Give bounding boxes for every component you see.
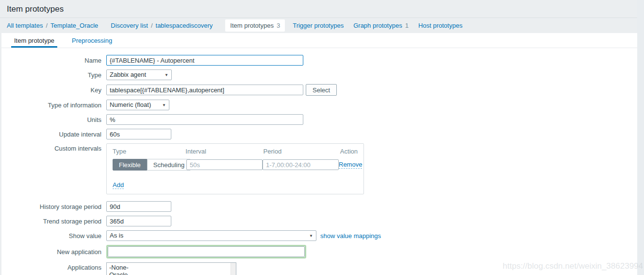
form-row-type: Type Zabbix agent ▼ [1, 69, 637, 80]
history-storage-label: History storage period [1, 203, 101, 210]
new-application-highlight [106, 245, 306, 258]
type-select[interactable]: Zabbix agent ▼ [106, 69, 172, 80]
breadcrumb-group-discovery: Discovery list / tablespacediscovery [111, 22, 213, 29]
show-value-mappings-link[interactable]: show value mappings [320, 232, 381, 240]
show-value-select[interactable]: As is ▼ [106, 230, 316, 241]
custom-intervals-box: Type Interval Period Action Flexible Sch… [106, 143, 364, 194]
breadcrumb-link-tablespacediscovery[interactable]: tablespacediscovery [156, 22, 213, 29]
column-header-action: Action [340, 148, 358, 155]
update-interval-input[interactable] [106, 129, 171, 139]
period-input[interactable] [263, 159, 339, 170]
form-row-history: History storage period [1, 201, 637, 212]
tab-preprocessing[interactable]: Preprocessing [69, 33, 115, 48]
interval-type-toggle: Flexible Scheduling [113, 159, 191, 171]
key-select-button[interactable]: Select [306, 84, 337, 96]
breadcrumb-link-all-templates[interactable]: All templates [7, 22, 43, 29]
form-row-new-application: New application [1, 245, 637, 258]
new-application-input[interactable] [108, 246, 305, 257]
listbox-scrollbar[interactable] [231, 263, 236, 275]
remove-interval-link[interactable]: Remove [339, 161, 362, 169]
breadcrumb-group-templates: All templates / Template_Oracle [7, 22, 98, 29]
interval-input[interactable] [186, 159, 263, 170]
chevron-down-icon: ▼ [162, 101, 166, 110]
nav-graph-prototypes[interactable]: Graph prototypes1 [353, 22, 409, 29]
applications-listbox[interactable]: -None- Oracle Tablespace [106, 262, 236, 275]
units-label: Units [1, 116, 101, 123]
type-of-information-select[interactable]: Numeric (float) ▼ [106, 100, 169, 110]
chevron-down-icon: ▼ [165, 70, 168, 80]
form-row-key: Key Select [1, 84, 637, 96]
type-of-information-label: Type of information [1, 102, 101, 109]
units-input[interactable] [106, 114, 303, 125]
form-row-trends: Trend storage period [1, 216, 637, 226]
breadcrumb-link-template-oracle[interactable]: Template_Oracle [50, 22, 98, 29]
key-label: Key [1, 86, 101, 94]
form-tabs: Item prototype Preprocessing [1, 33, 637, 48]
nav-item-prototypes-count: 3 [277, 22, 280, 29]
custom-interval-row: Flexible Scheduling Remove [113, 159, 358, 171]
history-storage-input[interactable] [106, 201, 171, 212]
trend-storage-input[interactable] [106, 216, 171, 226]
form-row-update-interval: Update interval [1, 129, 637, 139]
breadcrumb-separator: / [151, 22, 153, 29]
breadcrumb-separator: / [46, 22, 48, 29]
nav-graph-prototypes-count: 1 [405, 22, 409, 29]
applications-label: Applications [1, 262, 101, 271]
chevron-down-icon: ▼ [309, 231, 313, 241]
show-value-selected: As is [110, 232, 123, 239]
column-header-type: Type [113, 148, 185, 155]
new-application-label: New application [1, 248, 101, 256]
name-input[interactable] [106, 55, 303, 66]
applications-option-none[interactable]: -None- [107, 264, 230, 271]
name-label: Name [1, 57, 101, 64]
form-row-units: Units [1, 114, 637, 125]
update-interval-label: Update interval [1, 131, 101, 138]
show-value-label: Show value [1, 232, 101, 240]
column-header-period: Period [264, 148, 340, 155]
content-panel: Item prototype Preprocessing Name Type Z… [1, 33, 637, 275]
page-title: Item prototypes [7, 4, 637, 14]
nav-item-prototypes-label: Item prototypes [230, 22, 274, 29]
nav-item-prototypes-selected[interactable]: Item prototypes3 [225, 19, 285, 32]
form-row-applications: Applications -None- Oracle Tablespace [1, 262, 637, 275]
tab-item-prototype[interactable]: Item prototype [11, 33, 57, 48]
scheduling-button[interactable]: Scheduling [147, 159, 191, 171]
page-header: Item prototypes [0, 0, 644, 17]
page-scrollbar[interactable] [637, 0, 644, 275]
type-of-information-value: Numeric (float) [110, 101, 151, 108]
type-select-value: Zabbix agent [110, 71, 146, 78]
breadcrumb-link-discovery-list[interactable]: Discovery list [111, 22, 148, 29]
form-row-show-value: Show value As is ▼ show value mappings [1, 230, 637, 241]
nav-trigger-prototypes[interactable]: Trigger prototypes [293, 22, 344, 29]
breadcrumb: All templates / Template_Oracle Discover… [0, 18, 644, 33]
applications-option-oracle[interactable]: Oracle [107, 271, 230, 275]
add-interval-link[interactable]: Add [113, 181, 124, 189]
key-input[interactable] [106, 85, 303, 95]
trend-storage-label: Trend storage period [1, 218, 101, 225]
item-prototype-form: Name Type Zabbix agent ▼ Key Select Type… [1, 48, 637, 275]
form-row-custom-intervals: Custom intervals Type Interval Period Ac… [1, 143, 637, 194]
column-header-interval: Interval [185, 148, 263, 155]
flexible-button[interactable]: Flexible [113, 159, 147, 171]
custom-intervals-label: Custom intervals [1, 143, 101, 152]
type-label: Type [1, 71, 101, 79]
custom-intervals-header: Type Interval Period Action [113, 148, 358, 155]
form-row-name: Name [1, 55, 637, 66]
nav-host-prototypes[interactable]: Host prototypes [418, 22, 462, 29]
form-row-type-of-information: Type of information Numeric (float) ▼ [1, 100, 637, 110]
